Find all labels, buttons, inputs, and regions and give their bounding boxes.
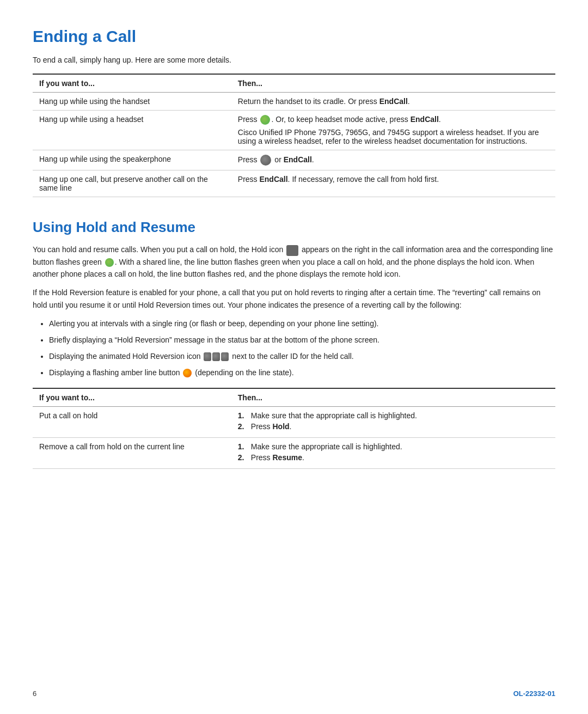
hold-col2: 1. Make sure that the appropriate call i…: [231, 407, 555, 438]
speakerphone-icon: [260, 155, 271, 166]
row3-col2: Press or EndCall.: [231, 150, 555, 170]
table-row: Remove a call from hold on the current l…: [33, 438, 555, 469]
row1-col2: Return the handset to its cradle. Or pre…: [231, 93, 555, 111]
step-number: 1.: [238, 442, 248, 451]
section2-title: Using Hold and Resume: [33, 219, 555, 236]
table-row: Hang up while using the speakerphone Pre…: [33, 150, 555, 170]
list-item: Briefly displaying a “Hold Reversion” me…: [49, 334, 555, 347]
row1-col1: Hang up while using the handset: [33, 93, 231, 111]
page-number: 6: [33, 689, 36, 698]
section1-title: Ending a Call: [33, 27, 555, 46]
row4-col2: Press EndCall. If necessary, remove the …: [231, 170, 555, 197]
section2-bullet-list: Alerting you at intervals with a single …: [49, 318, 555, 379]
green-dot-icon: [105, 258, 114, 267]
table-row: Hang up while using a headset Press . Or…: [33, 111, 555, 150]
page-footer: 6 OL-22332-01: [33, 689, 555, 698]
doc-id: OL-22332-01: [513, 689, 555, 698]
step-item: 1. Make sure that the appropriate call i…: [238, 411, 549, 420]
section2-col1-header: If you want to...: [33, 388, 231, 407]
section1-table: If you want to... Then... Hang up while …: [33, 74, 555, 197]
section2-table: If you want to... Then... Put a call on …: [33, 388, 555, 469]
step-item: 1. Make sure the appropriate call is hig…: [238, 442, 549, 451]
row3-col1: Hang up while using the speakerphone: [33, 150, 231, 170]
amber-dot-icon: [183, 369, 192, 377]
step-number: 1.: [238, 411, 248, 420]
hold-col1: Put a call on hold: [33, 407, 231, 438]
row4-col1: Hang up one call, but preserve another c…: [33, 170, 231, 197]
list-item: Displaying the animated Hold Reversion i…: [49, 350, 555, 363]
step-text: Make sure the appropriate call is highli…: [251, 442, 402, 451]
table-row: Put a call on hold 1. Make sure that the…: [33, 407, 555, 438]
section1-col2-header: Then...: [231, 74, 555, 93]
resume-col2: 1. Make sure the appropriate call is hig…: [231, 438, 555, 469]
section2-col2-header: Then...: [231, 388, 555, 407]
headset-icon: [260, 115, 270, 125]
step-text: Press Resume.: [251, 453, 304, 462]
list-item: Displaying a flashing amber line button …: [49, 367, 555, 380]
section2-para1: You can hold and resume calls. When you …: [33, 243, 555, 280]
step-text: Make sure that the appropriate call is h…: [251, 411, 417, 420]
section1-col1-header: If you want to...: [33, 74, 231, 93]
list-item: Alerting you at intervals with a single …: [49, 318, 555, 331]
hold-icon: [286, 245, 298, 256]
section1-intro: To end a call, simply hang up. Here are …: [33, 54, 555, 66]
step-number: 2.: [238, 453, 248, 462]
resume-col1: Remove a call from hold on the current l…: [33, 438, 231, 469]
step-text: Press Hold.: [251, 422, 292, 431]
section2-para2: If the Hold Reversion feature is enabled…: [33, 286, 555, 311]
table-row: Hang up one call, but preserve another c…: [33, 170, 555, 197]
step-item: 2. Press Resume.: [238, 453, 549, 462]
row2-col1: Hang up while using a headset: [33, 111, 231, 150]
hold-animated-icon: [204, 352, 229, 361]
table-row: Hang up while using the handset Return t…: [33, 93, 555, 111]
step-number: 2.: [238, 422, 248, 431]
step-item: 2. Press Hold.: [238, 422, 549, 431]
row2-col2: Press . Or, to keep headset mode active,…: [231, 111, 555, 150]
